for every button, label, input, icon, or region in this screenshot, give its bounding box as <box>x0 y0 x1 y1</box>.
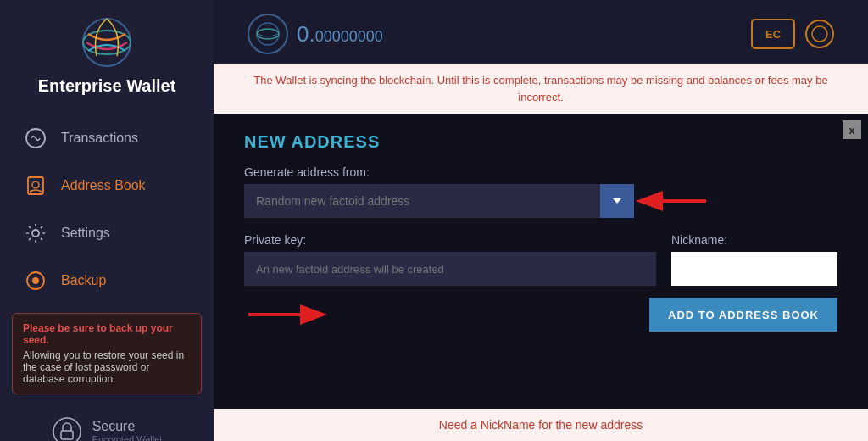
fields-row: Private key: Nickname: <box>244 233 837 286</box>
fct-coin-icon <box>248 14 288 54</box>
private-key-label: Private key: <box>244 233 656 247</box>
fct-balance: 0.00000000 <box>297 21 383 47</box>
new-address-panel: x NEW ADDRESS Generate address from: <box>214 114 868 441</box>
secure-label: Secure <box>92 419 163 434</box>
svg-point-10 <box>257 23 279 45</box>
button-row: ADD TO ADDRESS BOOK <box>244 298 837 332</box>
sidebar-item-address-book[interactable]: Address Book <box>0 162 214 209</box>
warning-strong: Please be sure to back up your seed. <box>23 322 191 346</box>
logo-icon <box>80 15 134 70</box>
settings-label: Settings <box>61 226 110 241</box>
ec-icon: EC <box>751 19 795 49</box>
sidebar-item-backup[interactable]: Backup <box>0 257 214 304</box>
svg-point-12 <box>812 26 827 42</box>
svg-rect-9 <box>61 431 73 439</box>
ec-balance-area: EC <box>751 19 834 49</box>
svg-point-8 <box>53 418 81 441</box>
red-arrow-dropdown <box>634 188 710 214</box>
nickname-label: Nickname: <box>671 233 837 247</box>
svg-point-0 <box>83 19 131 66</box>
bottom-notice: Need a NickName for the new address <box>214 409 868 441</box>
generate-select-row <box>244 184 837 218</box>
private-key-input[interactable] <box>244 252 656 286</box>
address-book-label: Address Book <box>61 178 146 193</box>
sync-banner: The Wallet is syncing the blockchain. Un… <box>214 64 868 114</box>
backup-warning: Please be sure to back up your seed. All… <box>12 313 202 394</box>
red-arrow-button <box>244 302 329 327</box>
select-dropdown-button[interactable] <box>600 184 634 218</box>
new-address-title: NEW ADDRESS <box>244 132 837 152</box>
backup-label: Backup <box>61 273 106 288</box>
lock-icon <box>52 416 82 441</box>
main-content: 0.00000000 EC The Wallet is syncing the … <box>214 0 868 441</box>
add-to-address-book-button[interactable]: ADD TO ADDRESS BOOK <box>649 298 837 332</box>
ec-coin-icon <box>805 20 834 48</box>
app-title: Enterprise Wallet <box>38 76 176 96</box>
generate-select-input[interactable] <box>244 184 600 218</box>
sidebar: Enterprise Wallet Transactions Addres <box>0 0 214 441</box>
svg-point-11 <box>257 29 279 39</box>
nickname-group: Nickname: <box>671 233 837 286</box>
sidebar-nav: Transactions Address Book Settings <box>0 114 214 304</box>
sidebar-item-settings[interactable]: Settings <box>0 209 214 257</box>
settings-icon <box>24 221 47 245</box>
svg-point-5 <box>32 230 39 237</box>
generate-label: Generate address from: <box>244 165 837 179</box>
fct-balance-area: 0.00000000 <box>248 14 383 54</box>
nickname-input[interactable] <box>671 252 837 286</box>
secure-text-group: Secure Encrypted Wallet <box>92 419 163 441</box>
address-book-icon <box>24 174 47 198</box>
header-bar: 0.00000000 EC <box>214 0 868 64</box>
warning-body: Allowing you to restore your seed in the… <box>23 349 184 385</box>
chevron-down-icon <box>610 194 624 208</box>
transactions-label: Transactions <box>61 131 138 146</box>
svg-point-4 <box>32 181 39 188</box>
encrypted-label: Encrypted Wallet <box>92 434 163 441</box>
private-key-group: Private key: <box>244 233 656 286</box>
sidebar-bottom: Secure Encrypted Wallet <box>0 403 214 441</box>
close-button[interactable]: x <box>843 120 861 139</box>
svg-point-7 <box>32 277 39 284</box>
transactions-icon <box>24 126 47 150</box>
sidebar-item-transactions[interactable]: Transactions <box>0 114 214 162</box>
sidebar-logo-area: Enterprise Wallet <box>0 0 214 108</box>
backup-icon <box>24 269 47 293</box>
